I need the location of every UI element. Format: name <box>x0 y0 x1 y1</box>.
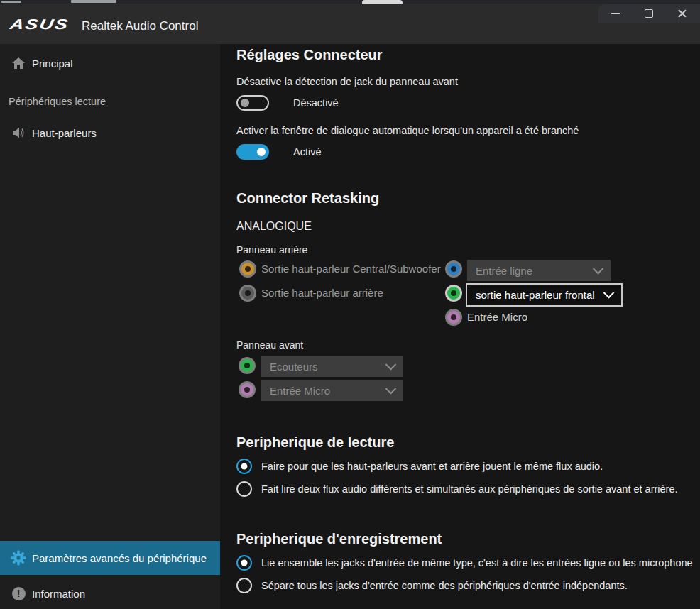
maximize-icon <box>645 9 653 18</box>
recording-option-separate-jacks[interactable]: Sépare tous les jacks d'entrée comme des… <box>236 577 700 594</box>
chevron-down-icon <box>593 263 604 274</box>
line-in-dropdown[interactable]: Entrée ligne <box>467 260 611 281</box>
close-button[interactable] <box>665 4 699 23</box>
minimize-icon <box>611 13 620 14</box>
background-text-fragment <box>1 1 21 3</box>
asus-logo: ASUS <box>9 16 70 33</box>
background-text-fragment <box>71 0 116 3</box>
sidebar-item-advanced-settings[interactable]: Paramètres avancés du périphérique <box>0 541 220 575</box>
orange-jack-icon <box>239 260 256 278</box>
sidebar-item-label: Haut-parleurs <box>32 127 97 139</box>
auto-popup-label: Activer la fenêtre de dialogue automatiq… <box>236 124 579 138</box>
dropdown-value: Entrée Micro <box>270 385 330 397</box>
sidebar-section-playback-devices: Périphériques lecture <box>9 96 106 107</box>
section-title-playback-device: Peripherique de lecture <box>236 434 394 451</box>
jack-detection-label: Désactive la détection de jack du pannea… <box>236 75 458 89</box>
sidebar-item-principal[interactable]: Principal <box>0 53 220 74</box>
radio-option-label: Lie ensemble les jacks d'entrée de même … <box>261 557 693 569</box>
chevron-down-icon <box>385 358 397 370</box>
dropdown-value: Ecouteurs <box>270 361 318 373</box>
radio-selected-icon[interactable] <box>236 459 252 474</box>
dropdown-value: sortie haut-parleur frontal <box>476 289 595 301</box>
purple-jack-icon <box>445 309 462 326</box>
toggle-knob <box>257 148 266 156</box>
green-jack-icon <box>239 357 256 374</box>
close-icon <box>678 9 687 18</box>
playback-option-two-streams[interactable]: Fait lire deux flux audio différents et … <box>236 481 700 498</box>
playback-option-same-stream[interactable]: Faire pour que les haut-parleurs avant e… <box>236 458 700 475</box>
main-content: Réglages Connecteur Désactive la détecti… <box>220 44 700 609</box>
sidebar-item-label: Paramètres avancés du périphérique <box>32 552 207 564</box>
radio-unselected-icon[interactable] <box>236 481 252 497</box>
jack-detection-toggle[interactable] <box>236 95 269 111</box>
radio-option-label: Sépare tous les jacks d'entrée comme des… <box>261 580 628 591</box>
section-title-connector-retasking: Connector Retasking <box>236 190 379 207</box>
radio-option-label: Fait lire deux flux audio différents et … <box>261 483 678 495</box>
window-controls <box>598 4 700 23</box>
auto-popup-toggle-row: Activé <box>236 143 322 160</box>
front-panel-label: Panneau avant <box>236 339 303 351</box>
auto-popup-toggle[interactable] <box>236 144 269 160</box>
rear-panel-label: Panneau arrière <box>236 243 307 256</box>
sidebar-item-speakers[interactable]: Haut-parleurs <box>0 122 220 143</box>
chevron-down-icon <box>385 383 397 394</box>
title-bar: ASUS Realtek Audio Control <box>0 4 700 44</box>
radio-selected-icon[interactable] <box>236 555 252 571</box>
info-icon <box>11 586 26 601</box>
sidebar: Principal Périphériques lecture Haut-par… <box>0 44 220 609</box>
section-title-connector-settings: Réglages Connecteur <box>236 46 383 63</box>
sidebar-item-label: Principal <box>32 57 73 70</box>
purple-jack-icon <box>239 381 256 398</box>
headphones-dropdown[interactable]: Ecouteurs <box>261 356 403 377</box>
section-title-recording-device: Peripherique d'enregistrement <box>236 530 442 547</box>
toggle-knob <box>241 99 249 107</box>
window-title: Realtek Audio Control <box>82 19 198 33</box>
gear-icon <box>11 550 26 566</box>
rear-left-label: Sortie haut-parleur arrière <box>261 285 383 302</box>
toggle-state-label: Activé <box>293 146 322 158</box>
minimize-button[interactable] <box>598 4 632 23</box>
radio-unselected-icon[interactable] <box>236 578 252 593</box>
dropdown-value: Entrée ligne <box>476 265 532 277</box>
app-body: Principal Périphériques lecture Haut-par… <box>0 44 700 609</box>
blue-jack-icon <box>445 260 462 278</box>
home-icon <box>11 55 26 71</box>
chevron-down-icon <box>603 287 615 299</box>
sidebar-item-information[interactable]: Information <box>0 582 220 605</box>
sidebar-item-label: Information <box>32 588 85 600</box>
mic-in-label: Entrée Micro <box>467 309 527 326</box>
rear-left-label: Sortie haut-parleur Central/Subwoofer <box>261 260 441 278</box>
recording-option-tie-jacks[interactable]: Lie ensemble les jacks d'entrée de même … <box>236 554 700 571</box>
speaker-icon <box>11 125 26 141</box>
front-speaker-out-dropdown[interactable]: sortie haut-parleur frontal <box>466 283 623 307</box>
toggle-state-label: Désactivé <box>293 97 339 109</box>
radio-option-label: Faire pour que les haut-parleurs avant e… <box>261 461 603 472</box>
gray-jack-icon <box>239 285 256 302</box>
subsection-analogique: ANALOGIQUE <box>236 219 312 234</box>
green-jack-icon <box>445 285 462 302</box>
maximize-button[interactable] <box>632 4 665 23</box>
front-mic-dropdown[interactable]: Entrée Micro <box>261 380 403 401</box>
jack-detection-toggle-row: Désactivé <box>236 94 339 111</box>
